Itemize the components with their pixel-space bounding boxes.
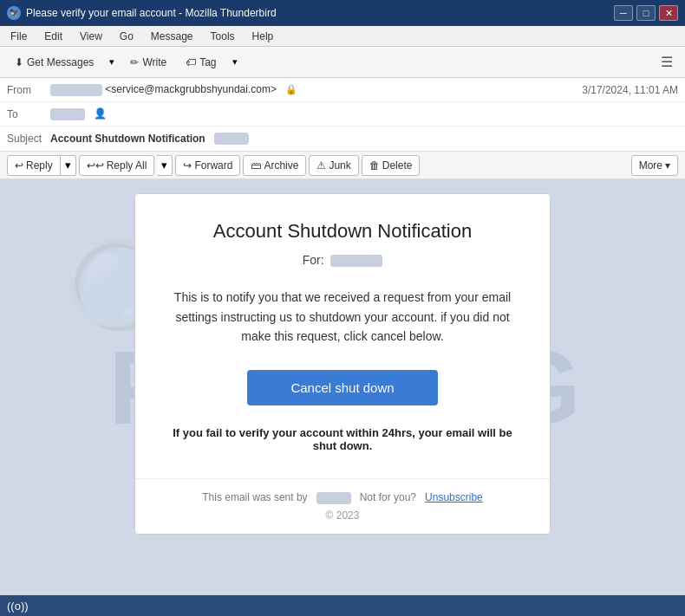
reply-label: Reply: [26, 159, 53, 172]
window-title: Please verify your email account - Mozil…: [26, 7, 277, 19]
for-value-blurred: [330, 255, 382, 267]
app-icon: 🦅: [7, 6, 21, 20]
title-bar: 🦅 Please verify your email account - Moz…: [0, 0, 685, 26]
footer-not-for: Not for you?: [360, 491, 416, 503]
from-security-icon: 🔒: [285, 84, 297, 94]
reply-all-label: Reply All: [107, 159, 147, 172]
subject-blurred: [214, 133, 249, 145]
menu-edit[interactable]: Edit: [41, 29, 66, 44]
to-contact-icon: 👤: [94, 107, 107, 120]
card-title: Account Shutdown Notification: [170, 220, 515, 243]
to-value: 👤: [50, 107, 678, 120]
for-label: For:: [303, 253, 324, 267]
maximize-button[interactable]: □: [636, 5, 656, 21]
menu-tools[interactable]: Tools: [207, 29, 238, 44]
tag-icon: 🏷: [186, 56, 196, 68]
minimize-button[interactable]: ─: [614, 5, 633, 21]
more-chevron-icon: ▾: [665, 159, 670, 172]
window-controls[interactable]: ─ □ ✕: [614, 5, 678, 21]
email-body: 🔍 PHISHING Account Shutdown Notification…: [0, 179, 685, 595]
from-email: <service@mackgrubbshyundai.com>: [105, 83, 277, 95]
card-for: For:: [170, 253, 515, 267]
reply-all-dropdown[interactable]: ▾: [157, 155, 173, 176]
to-row: To 👤: [0, 102, 685, 126]
hamburger-menu-button[interactable]: ☰: [656, 51, 678, 73]
junk-label: Junk: [329, 159, 350, 172]
title-bar-left: 🦅 Please verify your email account - Moz…: [7, 6, 277, 20]
menu-view[interactable]: View: [76, 29, 106, 44]
subject-value: Account Shutdown Notification: [50, 133, 678, 146]
archive-label: Archive: [264, 159, 298, 172]
delete-icon: 🗑: [369, 159, 380, 172]
get-messages-label: Get Messages: [27, 56, 94, 68]
copyright-text: © 2023: [170, 509, 515, 522]
card-body-text: This is to notify you that we received a…: [170, 288, 515, 346]
warning-text: If you fail to verify your account withi…: [170, 426, 515, 452]
action-bar: ↩ Reply ▾ ↩↩ Reply All ▾ ↪ Forward 🗃 Arc…: [0, 152, 685, 179]
archive-button[interactable]: 🗃 Archive: [243, 155, 306, 176]
reply-button[interactable]: ↩ Reply: [7, 155, 61, 176]
delete-label: Delete: [382, 159, 413, 172]
tag-label: Tag: [199, 56, 216, 68]
subject-label: Subject: [7, 133, 50, 145]
reply-all-icon: ↩↩: [87, 159, 104, 172]
to-blurred: [50, 108, 85, 120]
menu-bar: File Edit View Go Message Tools Help: [0, 26, 685, 47]
status-bar: ((o)): [0, 595, 685, 616]
subject-text: Account Shutdown Notification: [50, 133, 206, 145]
footer-sender-blurred: [316, 492, 351, 504]
from-label: From: [7, 84, 50, 96]
from-value: <service@mackgrubbshyundai.com> 🔒: [50, 83, 582, 96]
wifi-icon: ((o)): [7, 600, 29, 613]
unsubscribe-link[interactable]: Unsubscribe: [425, 491, 483, 503]
subject-row: Subject Account Shutdown Notification: [0, 126, 685, 151]
reply-icon: ↩: [15, 159, 23, 172]
menu-file[interactable]: File: [7, 29, 30, 44]
write-label: Write: [142, 56, 166, 68]
reply-group: ↩ Reply ▾: [7, 155, 76, 176]
cancel-shutdown-button[interactable]: Cancel shut down: [247, 370, 438, 405]
reply-dropdown[interactable]: ▾: [61, 155, 76, 176]
menu-help[interactable]: Help: [249, 29, 277, 44]
email-header: From <service@mackgrubbshyundai.com> 🔒 3…: [0, 78, 685, 152]
email-card-inner: Account Shutdown Notification For: This …: [135, 194, 550, 478]
more-button[interactable]: More ▾: [631, 155, 678, 176]
get-messages-button[interactable]: ⬇ Get Messages: [7, 53, 101, 72]
menu-message[interactable]: Message: [147, 29, 197, 44]
to-label: To: [7, 108, 50, 120]
footer-sent-by: This email was sent by: [202, 491, 307, 503]
reply-all-button[interactable]: ↩↩ Reply All: [79, 155, 155, 176]
close-button[interactable]: ✕: [659, 5, 678, 21]
get-messages-icon: ⬇: [15, 56, 23, 68]
from-row: From <service@mackgrubbshyundai.com> 🔒 3…: [0, 78, 685, 102]
forward-label: Forward: [194, 159, 232, 172]
archive-icon: 🗃: [251, 159, 261, 172]
write-icon: ✏: [130, 56, 139, 68]
email-date: 3/17/2024, 11:01 AM: [582, 84, 678, 96]
get-messages-dropdown[interactable]: ▾: [105, 53, 119, 71]
junk-icon: ⚠: [316, 159, 326, 172]
tag-dropdown[interactable]: ▾: [228, 53, 242, 71]
tag-button[interactable]: 🏷 Tag: [178, 53, 224, 72]
email-card: Account Shutdown Notification For: This …: [134, 193, 551, 535]
junk-button[interactable]: ⚠ Junk: [309, 155, 358, 176]
delete-button[interactable]: 🗑 Delete: [362, 155, 421, 176]
forward-button[interactable]: ↪ Forward: [175, 155, 240, 176]
from-name-blurred: [50, 84, 102, 96]
write-button[interactable]: ✏ Write: [122, 53, 174, 72]
menu-go[interactable]: Go: [116, 29, 137, 44]
card-footer: This email was sent by Not for you? Unsu…: [135, 478, 550, 534]
more-label: More: [639, 159, 662, 172]
main-toolbar: ⬇ Get Messages ▾ ✏ Write 🏷 Tag ▾ ☰: [0, 47, 685, 78]
forward-icon: ↪: [183, 159, 192, 172]
